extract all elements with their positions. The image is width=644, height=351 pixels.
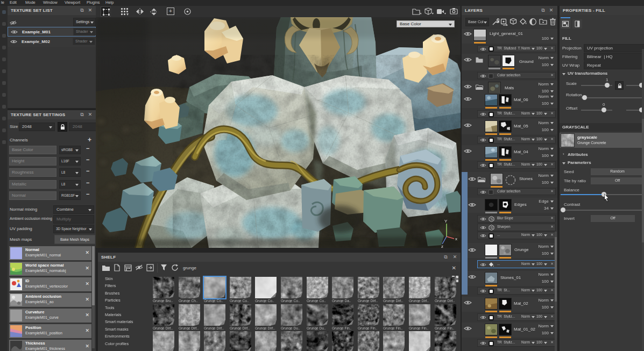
svg-text:x: x bbox=[455, 237, 457, 241]
svg-text:z: z bbox=[441, 244, 443, 248]
svg-text:S: S bbox=[490, 225, 493, 230]
svg-text:Y: Y bbox=[444, 219, 448, 224]
svg-text:S: S bbox=[490, 217, 493, 221]
